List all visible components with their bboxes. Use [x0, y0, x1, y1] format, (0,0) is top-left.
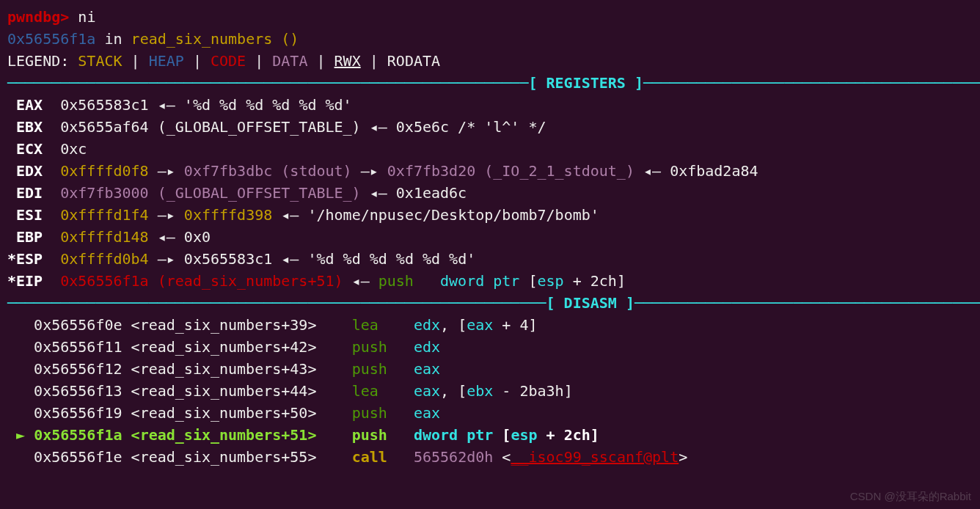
current-marker-icon: ►: [7, 426, 34, 444]
disasm-row: 0x56556f1e <read_six_numbers+55> call 56…: [7, 446, 973, 468]
legend-line: LEGEND: STACK | HEAP | CODE | DATA | RWX…: [7, 50, 973, 72]
disasm-header: ────────────────────────────────────────…: [7, 292, 973, 314]
legend-stack: STACK: [78, 52, 122, 70]
prompt-line[interactable]: pwndbg> ni: [7, 6, 973, 28]
legend-code: CODE: [211, 52, 246, 70]
disasm-row: 0x56556f12 <read_six_numbers+43> push ea…: [7, 358, 973, 380]
disasm-row: 0x56556f19 <read_six_numbers+50> push ea…: [7, 402, 973, 424]
prompt-label: pwndbg>: [7, 8, 69, 26]
status-line: 0x56556f1a in read_six_numbers (): [7, 28, 973, 50]
disasm-row: 0x56556f11 <read_six_numbers+42> push ed…: [7, 336, 973, 358]
legend-rodata: RODATA: [387, 52, 440, 70]
disasm-row-current: ► 0x56556f1a <read_six_numbers+51> push …: [7, 424, 973, 446]
reg-eip: *EIP 0x56556f1a (read_six_numbers+51) ◂—…: [7, 270, 973, 292]
disasm-row: 0x56556f0e <read_six_numbers+39> lea edx…: [7, 314, 973, 336]
reg-esi: ESI 0xffffd1f4 —▸ 0xffffd398 ◂— '/home/n…: [7, 204, 973, 226]
prompt-command: ni: [78, 8, 95, 26]
status-addr: 0x56556f1a: [7, 30, 95, 48]
watermark: CSDN @没耳朵的Rabbit: [850, 488, 971, 505]
registers-header: ────────────────────────────────────────…: [7, 72, 973, 94]
reg-esp: *ESP 0xffffd0b4 —▸ 0x565583c1 ◂— '%d %d …: [7, 248, 973, 270]
reg-ebx: EBX 0x5655af64 (_GLOBAL_OFFSET_TABLE_) ◂…: [7, 116, 973, 138]
disasm-row: 0x56556f13 <read_six_numbers+44> lea eax…: [7, 380, 973, 402]
reg-edi: EDI 0xf7fb3000 (_GLOBAL_OFFSET_TABLE_) ◂…: [7, 182, 973, 204]
legend-data: DATA: [272, 52, 307, 70]
legend-rwx: RWX: [334, 52, 361, 70]
reg-ecx: ECX 0xc: [7, 138, 973, 160]
status-func: read_six_numbers (): [131, 30, 299, 48]
reg-ebp: EBP 0xffffd148 ◂— 0x0: [7, 226, 973, 248]
legend-heap: HEAP: [149, 52, 184, 70]
reg-edx: EDX 0xffffd0f8 —▸ 0xf7fb3dbc (stdout) —▸…: [7, 160, 973, 182]
reg-eax: EAX 0x565583c1 ◂— '%d %d %d %d %d %d': [7, 94, 973, 116]
